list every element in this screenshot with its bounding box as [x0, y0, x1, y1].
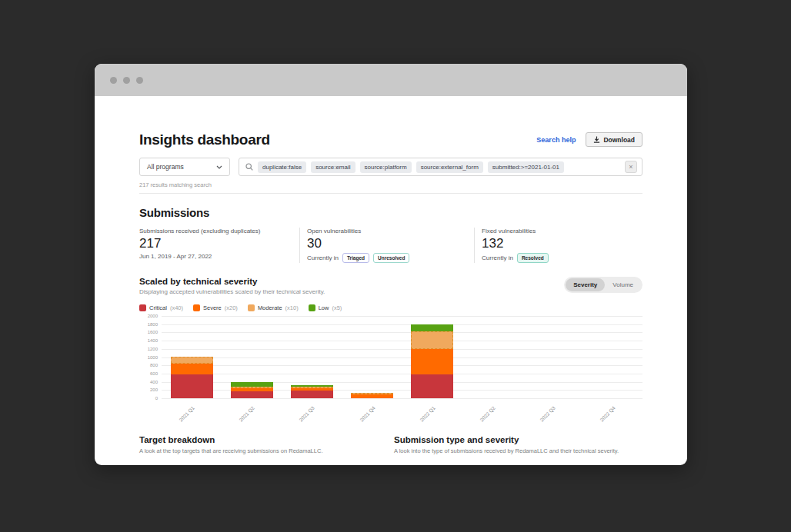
target-breakdown-section: Target breakdown A look at the top targe…: [139, 435, 394, 454]
download-button[interactable]: Download: [586, 132, 642, 147]
stat-label: Fixed vulnerabilities: [482, 228, 635, 234]
legend-label: Severe: [203, 304, 222, 311]
chart-slot: [522, 316, 582, 398]
chart-bar: [231, 316, 273, 398]
stat-label: Open vulnerabilities: [307, 228, 466, 234]
y-axis-tick-label: 0: [139, 396, 158, 401]
chart-bar: [591, 316, 633, 398]
bar-segment-moderate: [171, 357, 213, 364]
search-token[interactable]: submitted:>=2021-01-01: [488, 161, 564, 173]
chart-bar: [471, 316, 513, 398]
chevron-down-icon: [216, 163, 222, 171]
legend-item[interactable]: Severe(x20): [193, 304, 238, 311]
chart-slot: [582, 316, 642, 398]
stat-value: 132: [482, 236, 635, 251]
severity-volume-toggle: Severity Volume: [564, 277, 642, 293]
search-input[interactable]: duplicate:falsesource:emailsource:platfo…: [239, 158, 642, 176]
y-axis-tick-label: 1600: [139, 330, 158, 334]
bar-segment-critical: [231, 391, 273, 398]
search-help-link[interactable]: Search help: [536, 136, 576, 144]
stat-sub-text: Currently in: [482, 254, 513, 261]
y-axis-tick-label: 2000: [139, 314, 158, 318]
y-axis-tick-label: 1800: [139, 322, 158, 327]
section-heading: Target breakdown: [139, 435, 394, 444]
clear-search-button[interactable]: ×: [625, 161, 637, 173]
chart-slot: [222, 316, 282, 398]
section-description: A look at the top targets that are recei…: [139, 447, 394, 454]
stat-value: 217: [139, 236, 292, 251]
stat-submissions-received: Submissions received (excluding duplicat…: [139, 228, 299, 263]
bar-segment-moderate: [411, 331, 453, 348]
toggle-severity[interactable]: Severity: [566, 278, 605, 291]
x-axis-tick-label: 2021 Q4: [359, 405, 376, 423]
legend-item[interactable]: Critical(x40): [139, 304, 183, 311]
legend-multiplier: (x10): [285, 304, 299, 311]
x-axis-tick-label: 2022 Q4: [599, 405, 616, 423]
y-axis-tick-label: 1000: [139, 355, 158, 360]
toggle-volume[interactable]: Volume: [605, 278, 641, 291]
bar-segment-critical: [411, 374, 453, 398]
chart-bar: [291, 316, 333, 398]
chart-bars: [162, 316, 642, 398]
bar-segment-critical: [171, 374, 213, 398]
stat-open-vulnerabilities: Open vulnerabilities 30 Currently in Tri…: [299, 228, 474, 263]
stat-value: 30: [307, 236, 466, 251]
x-axis-tick-label: 2021 Q1: [178, 405, 195, 423]
y-axis-tick-label: 600: [139, 371, 158, 376]
program-select[interactable]: All programs: [139, 158, 230, 176]
severity-subheading: Displaying accepted vulnerabilities scal…: [139, 288, 325, 295]
chart-bar: [411, 316, 453, 398]
chart-slot: [342, 316, 402, 398]
filter-row: All programs duplicate:falsesource:email…: [139, 158, 642, 176]
y-axis-tick-label: 1400: [139, 338, 158, 343]
download-icon: [593, 136, 600, 143]
chart-legend: Critical(x40)Severe(x20)Moderate(x10)Low…: [139, 304, 642, 311]
y-axis-tick-label: 1200: [139, 347, 158, 351]
browser-window: Insights dashboard Search help Download …: [95, 64, 687, 465]
results-count: 217 results matching search: [139, 181, 642, 188]
chart-slot: [462, 316, 522, 398]
y-axis-tick-label: 200: [139, 387, 158, 392]
bar-segment-critical: [291, 391, 333, 398]
chart-slot: [402, 316, 462, 398]
status-badges: TriagedUnresolved: [342, 253, 410, 263]
status-badge: Resolved: [517, 253, 549, 263]
legend-item[interactable]: Low(x5): [309, 304, 342, 311]
window-control-dot: [123, 77, 130, 84]
section-divider: [139, 193, 642, 194]
search-token[interactable]: source:external_form: [416, 161, 483, 173]
chart-slot: [162, 316, 222, 398]
legend-label: Moderate: [258, 304, 282, 311]
legend-label: Low: [319, 304, 329, 311]
bar-segment-severe: [171, 364, 213, 374]
dashboard-content: Insights dashboard Search help Download …: [95, 131, 687, 454]
stat-date-range: Jun 1, 2019 - Apr 27, 2022: [139, 253, 292, 260]
x-axis-tick-label: 2021 Q3: [299, 405, 316, 423]
legend-swatch-icon: [309, 304, 315, 311]
section-description: A look into the type of submissions rece…: [394, 447, 642, 454]
x-axis-tick-label: 2022 Q2: [479, 405, 496, 423]
search-token[interactable]: duplicate:false: [258, 161, 306, 173]
submission-type-section: Submission type and severity A look into…: [394, 435, 642, 454]
program-select-value: All programs: [147, 163, 184, 171]
severity-chart: 0200400600800100012001400160018002000202…: [139, 316, 642, 422]
status-badges: Resolved: [517, 253, 549, 263]
legend-item[interactable]: Moderate(x10): [248, 304, 299, 311]
status-badge: Triaged: [342, 253, 369, 263]
x-axis-tick-label: 2022 Q3: [539, 405, 556, 423]
header-actions: Search help Download: [536, 132, 642, 147]
search-token[interactable]: source:email: [311, 161, 355, 173]
legend-label: Critical: [149, 304, 167, 311]
section-heading: Submission type and severity: [394, 435, 642, 444]
bar-segment-low: [411, 324, 453, 331]
stat-status: Currently in TriagedUnresolved: [307, 253, 466, 263]
download-label: Download: [603, 136, 635, 144]
window-titlebar: [95, 64, 687, 96]
chart-bar: [351, 316, 393, 398]
stat-sub-text: Currently in: [307, 254, 339, 261]
search-token[interactable]: source:platform: [360, 161, 412, 173]
chart-bar: [171, 316, 213, 398]
window-control-dot: [110, 77, 117, 84]
chart-bar: [531, 316, 573, 398]
legend-multiplier: (x5): [332, 304, 342, 311]
